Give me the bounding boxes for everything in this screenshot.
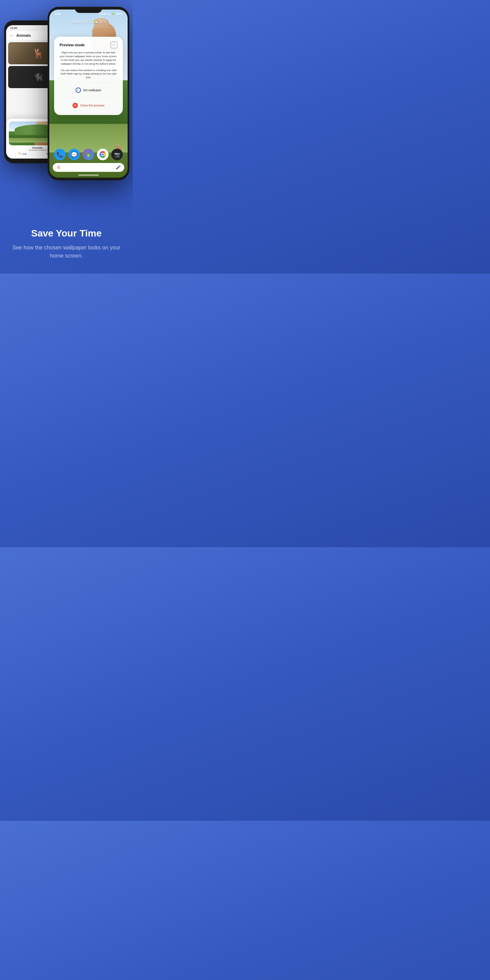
dialog-divider-1: [60, 82, 118, 83]
swift-walls-app-icon[interactable]: 🦜: [83, 149, 94, 160]
mic-icon[interactable]: 🎤: [116, 165, 121, 170]
deer-icon: 🦌: [32, 48, 44, 59]
phone-notch: [75, 7, 102, 13]
app-icons-row: 📞 💬 🦜 📷: [49, 146, 127, 162]
back-header-title: Animals: [16, 33, 31, 37]
close-x-icon: ✕: [73, 103, 78, 108]
front-phone: 🦌 12:00 ▾ LTE ▲ 🔋 100% Monday, 26 Jul ⛅ …: [48, 7, 129, 180]
close-preview-label: Close the preview: [80, 104, 105, 107]
dialog-title: Preview mode: [60, 43, 85, 47]
bottom-subtitle: See how the chosen wallpaper looks on yo…: [10, 243, 123, 260]
camera-app-icon[interactable]: 📷: [111, 149, 123, 160]
phone-app-icon[interactable]: 📞: [54, 149, 66, 160]
signal-bars-icon: ▲: [108, 12, 111, 15]
preview-mode-dialog: Preview mode ⤢ Right now you are in prev…: [54, 37, 123, 115]
front-phone-screen: 🦌 12:00 ▾ LTE ▲ 🔋 100% Monday, 26 Jul ⛅ …: [49, 10, 127, 178]
home-indicator: [78, 175, 99, 176]
bottom-text-section: Save Your Time See how the chosen wallpa…: [0, 218, 133, 274]
check-icon: ✓: [76, 88, 81, 93]
battery-icon: 🔋: [111, 12, 115, 15]
dialog-body-1: Right now you are in preview mode, to se…: [60, 51, 118, 66]
google-search-bar[interactable]: G 🎤: [53, 163, 124, 172]
front-time: 12:00: [54, 12, 61, 15]
back-time: 12:00: [10, 27, 17, 30]
phones-container: 12:00 ← Animals 🦌 🐈‍⬛: [0, 7, 133, 218]
dialog-header: Preview mode ⤢: [60, 41, 118, 48]
dialog-body-2: You can reduce this window to a floating…: [60, 69, 118, 80]
front-bottom-dock: 📞 💬 🦜 📷 G 🎤: [49, 146, 127, 178]
google-g-icon: G: [56, 165, 62, 170]
set-wallpaper-label: Set wallpaper: [83, 89, 102, 92]
status-icons: ▾ LTE ▲ 🔋 100%: [99, 12, 123, 15]
back-arrow-icon[interactable]: ←: [10, 33, 14, 38]
wallpaper-date: Monday, 26 Jul ⛅ 21°C: [49, 20, 127, 24]
chrome-app-icon[interactable]: [97, 149, 108, 160]
animal2-icon: 🐈‍⬛: [34, 73, 43, 82]
dialog-divider-2: [60, 98, 118, 98]
wifi-icon: ▾: [99, 12, 101, 15]
set-wallpaper-button[interactable]: ✓ Set wallpaper: [60, 86, 118, 95]
edit-button[interactable]: ✏️ Edit: [18, 153, 27, 155]
edit-icon: ✏️: [18, 153, 21, 155]
messages-app-icon[interactable]: 💬: [68, 149, 80, 160]
battery-percent: 100%: [116, 12, 123, 15]
chrome-ring-icon: [99, 151, 106, 158]
close-preview-button[interactable]: ✕ Close the preview: [60, 101, 118, 110]
signal-text: LTE: [102, 12, 107, 15]
expand-icon[interactable]: ⤢: [111, 41, 118, 48]
bottom-title: Save Your Time: [10, 228, 123, 239]
